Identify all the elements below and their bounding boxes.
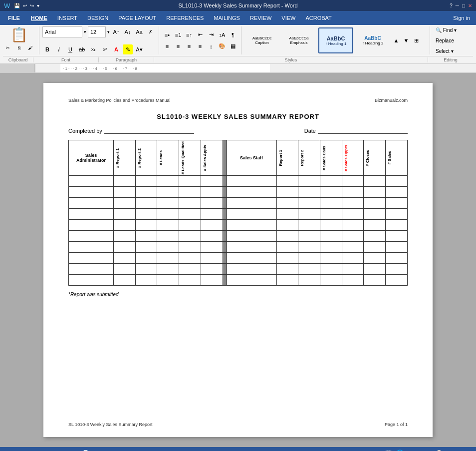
strikethrough-button[interactable]: ab: [77, 44, 87, 54]
footer-left: SL 1010-3 Weekly Sales Summary Report: [68, 422, 153, 427]
replace-button[interactable]: Replace: [433, 36, 473, 45]
quick-redo-icon[interactable]: ↪: [30, 3, 34, 8]
ribbon-labels: Clipboard Font Paragraph Styles Editing: [3, 56, 473, 63]
align-left-button[interactable]: ≡: [162, 41, 172, 51]
highlight-button[interactable]: ✎: [123, 44, 133, 54]
close-button[interactable]: ✕: [468, 3, 472, 8]
report-table: SalesAdministrator # Report 1 # Report 2…: [68, 140, 408, 286]
col-sales-appts: # Sales Appts: [201, 140, 223, 176]
menu-home[interactable]: HOME: [26, 11, 52, 25]
menu-mailings[interactable]: MAILINGS: [209, 11, 245, 25]
font-size-input[interactable]: [88, 26, 106, 37]
col-report2: # Report 2: [135, 140, 157, 176]
styles-scroll-down[interactable]: ▼: [402, 35, 410, 45]
sort-button[interactable]: ↕A: [217, 30, 227, 40]
note-text: *Report was submitted: [68, 292, 408, 297]
col-staff-report2: Report 2: [298, 140, 320, 176]
quick-undo-icon[interactable]: ↩: [23, 3, 27, 8]
increase-indent-button[interactable]: ⇥: [206, 30, 216, 40]
justify-button[interactable]: ≡: [195, 41, 205, 51]
bullets-button[interactable]: ≡•: [162, 30, 172, 40]
shading-button[interactable]: 🎨: [217, 41, 227, 51]
status-bar: PAGE 1 OF 1 42 WORDS 📄 ▤ 📖 🌐 − + 80%: [0, 447, 476, 451]
col-sales-oppts: # Sales Oppts: [342, 140, 364, 176]
menu-acrobat[interactable]: ACROBAT: [300, 11, 336, 25]
menu-references[interactable]: REFERENCES: [161, 11, 209, 25]
style-emphasis[interactable]: AaBbCcDa Emphasis: [281, 27, 316, 53]
page-footer: SL 1010-3 Weekly Sales Summary Report Pa…: [68, 422, 408, 427]
font-section: ▾ ▾ A↑ A↓ Aa ✗ B I U ab X₂ X² A ✎ A▾: [42, 26, 159, 54]
sign-in[interactable]: Sign in: [453, 15, 474, 21]
page: Sales & Marketing Policies and Procedure…: [43, 83, 433, 437]
copy-button[interactable]: ⎘: [14, 43, 24, 53]
col-report1: # Report 1: [114, 140, 136, 176]
title-bar: W 💾 ↩ ↪ ▾ SL1010-3 Weekly Sales Summary …: [0, 0, 476, 11]
col-closes: # Closes: [364, 140, 386, 176]
align-center-button[interactable]: ≡: [173, 41, 183, 51]
font-size-dropdown-icon[interactable]: ▾: [107, 29, 110, 34]
styles-section: AaBbCcDc Caption AaBbCcDa Emphasis AaBbC…: [244, 26, 430, 54]
page-header: Sales & Marketing Policies and Procedure…: [68, 98, 408, 103]
customize-icon[interactable]: ▾: [37, 3, 39, 8]
col-sales: # Sales: [386, 140, 408, 176]
col-sales-calls: # Sales Calls: [320, 140, 342, 176]
decrease-indent-button[interactable]: ⇤: [195, 30, 205, 40]
italic-button[interactable]: I: [54, 44, 64, 54]
maximize-button[interactable]: □: [462, 3, 465, 8]
cut-button[interactable]: ✂: [3, 43, 13, 53]
header-right: Bizmanualz.com: [375, 98, 408, 103]
decrease-font-button[interactable]: A↓: [123, 27, 133, 37]
font-label: Font: [33, 57, 98, 62]
completed-by-field: Completed by: [68, 127, 194, 134]
menu-page-layout[interactable]: PAGE LAYOUT: [113, 11, 161, 25]
styles-expand[interactable]: ⊞: [412, 35, 420, 45]
increase-font-button[interactable]: A↑: [111, 27, 121, 37]
quick-save-icon[interactable]: 💾: [14, 3, 20, 8]
help-button[interactable]: ?: [450, 3, 453, 8]
menu-insert[interactable]: INSERT: [52, 11, 82, 25]
subscript-button[interactable]: X₂: [88, 44, 98, 54]
paragraph-section: ≡• ≡1 ≡↑ ⇤ ⇥ ↕A ¶ ≡ ≡ ≡ ≡ ↕ 🎨 ▦: [162, 26, 241, 54]
select-button[interactable]: Select ▾: [433, 47, 473, 55]
style-caption[interactable]: AaBbCcDc Caption: [244, 27, 279, 53]
table-row: [69, 176, 408, 187]
clear-format-button[interactable]: ✗: [146, 27, 156, 37]
show-marks-button[interactable]: ¶: [228, 30, 238, 40]
text-color-button[interactable]: A: [111, 44, 121, 54]
styles-scroll-up[interactable]: ▲: [392, 35, 400, 45]
bold-button[interactable]: B: [42, 44, 52, 54]
borders-button[interactable]: ▦: [228, 41, 238, 51]
find-button[interactable]: 🔍 Find ▾: [433, 26, 473, 34]
minimize-button[interactable]: ─: [456, 3, 459, 8]
styles-label: Styles: [154, 57, 428, 62]
font-name-input[interactable]: [42, 26, 82, 37]
ruler: · 1 · · · 2 · · · 3 · · · 4 · · · 5 · · …: [0, 64, 476, 73]
menu-design[interactable]: DESIGN: [82, 11, 113, 25]
style-heading1[interactable]: AaBbC ↑ Heading 1: [318, 27, 353, 53]
file-menu[interactable]: FILE: [2, 11, 26, 25]
paste-button[interactable]: 📋: [10, 28, 28, 42]
align-right-button[interactable]: ≡: [184, 41, 194, 51]
format-painter-button[interactable]: 🖌: [25, 43, 35, 53]
style-heading2[interactable]: AaBbC ↑ Heading 2: [355, 27, 390, 53]
font-color-button[interactable]: A▾: [134, 44, 144, 54]
multilevel-button[interactable]: ≡↑: [184, 30, 194, 40]
col-staff-report1: Report 1: [276, 140, 298, 176]
menu-view[interactable]: VIEW: [276, 11, 300, 25]
superscript-button[interactable]: X²: [100, 44, 110, 54]
table-row: [69, 253, 408, 264]
numbering-button[interactable]: ≡1: [173, 30, 183, 40]
date-field: Date: [304, 127, 408, 134]
date-line: [318, 127, 408, 134]
document-area: Sales & Marketing Policies and Procedure…: [0, 73, 476, 447]
table-row: [69, 209, 408, 220]
font-name-dropdown-icon[interactable]: ▾: [84, 29, 86, 34]
table-row: [69, 231, 408, 242]
change-case-button[interactable]: Aa: [134, 27, 144, 37]
line-spacing-button[interactable]: ↕: [206, 41, 216, 51]
col-leads: # Leads: [157, 140, 179, 176]
menu-bar: FILE HOME INSERT DESIGN PAGE LAYOUT REFE…: [0, 11, 476, 25]
underline-button[interactable]: U: [65, 44, 75, 54]
form-row: Completed by Date: [68, 127, 408, 134]
menu-review[interactable]: REVIEW: [245, 11, 276, 25]
